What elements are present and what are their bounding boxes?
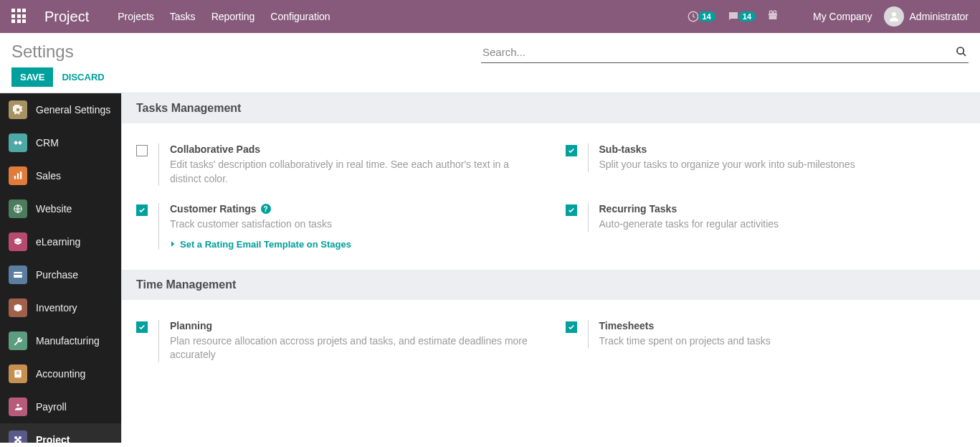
settings-content: Tasks Management Collaborative PadsEdit … <box>122 93 980 443</box>
payroll-icon <box>9 397 27 416</box>
messages-icon[interactable]: 14 <box>727 10 756 23</box>
nav-link-configuration[interactable]: Configuration <box>270 11 330 22</box>
sidebar-item-manufacturing[interactable]: Manufacturing <box>0 324 121 357</box>
setting-title: Sub-tasks <box>599 143 855 155</box>
puzzle-icon <box>9 430 27 443</box>
setting-title: Timesheets <box>599 320 771 331</box>
sidebar-item-website[interactable]: Website <box>0 192 121 225</box>
sidebar-item-label: General Settings <box>36 104 110 116</box>
section-header-time: Time Management <box>122 270 980 300</box>
tasks-setting-customer-ratings: Customer Ratings?Track customer satisfac… <box>122 194 551 258</box>
setting-desc: Edit tasks' description collaboratively … <box>170 158 537 186</box>
setting-title: Recurring Tasks <box>599 203 779 215</box>
tasks-setting-collaborative-pads: Collaborative PadsEdit tasks' descriptio… <box>122 135 551 194</box>
time-setting-timesheets: TimesheetsTrack time spent on projects a… <box>551 311 981 371</box>
chart-icon <box>9 166 27 185</box>
nav-link-projects[interactable]: Projects <box>118 11 154 22</box>
settings-sidebar[interactable]: General SettingsCRMSalesWebsiteeLearning… <box>0 93 122 443</box>
globe-icon <box>9 199 27 218</box>
box-icon <box>9 298 27 317</box>
learn-icon <box>9 232 27 251</box>
tasks-setting-recurring-tasks: Recurring TasksAuto-generate tasks for r… <box>551 194 981 258</box>
setting-action-link[interactable]: Set a Rating Email Template on Stages <box>170 239 351 250</box>
svg-rect-18 <box>19 408 22 410</box>
svg-rect-10 <box>20 171 22 179</box>
nav-link-tasks[interactable]: Tasks <box>170 11 196 22</box>
gift-icon[interactable] <box>767 9 779 24</box>
setting-desc: Plan resource allocation accross projets… <box>170 334 537 362</box>
app-title[interactable]: Project <box>44 9 89 25</box>
sidebar-item-label: eLearning <box>36 236 80 248</box>
sidebar-item-crm[interactable]: CRM <box>0 126 121 159</box>
setting-title: Customer Ratings? <box>170 203 351 215</box>
sidebar-item-label: Sales <box>36 170 61 182</box>
page-title: Settings <box>11 42 105 62</box>
sidebar-item-label: Manufacturing <box>36 335 100 347</box>
setting-desc: Track customer satisfaction on tasks <box>170 217 351 232</box>
setting-checkbox[interactable] <box>136 204 148 216</box>
setting-desc: Split your tasks to organize your work i… <box>599 158 855 172</box>
messages-badge: 14 <box>738 11 756 22</box>
activities-badge: 14 <box>698 11 715 22</box>
setting-checkbox[interactable] <box>566 321 577 333</box>
setting-desc: Auto-generate tasks for regular activiti… <box>599 217 779 232</box>
setting-title: Planning <box>170 320 537 331</box>
nav-link-reporting[interactable]: Reporting <box>211 11 255 22</box>
sidebar-item-label: Accounting <box>36 368 85 380</box>
avatar-icon <box>884 6 904 27</box>
setting-checkbox[interactable] <box>566 204 577 216</box>
setting-desc: Track time spent on projects and tasks <box>599 334 771 349</box>
search-icon[interactable] <box>956 46 967 60</box>
user-name: Administrator <box>910 11 969 22</box>
tools-icon[interactable] <box>790 9 801 24</box>
company-selector[interactable]: My Company <box>813 11 872 22</box>
setting-title: Collaborative Pads <box>170 143 537 155</box>
svg-rect-15 <box>16 372 20 372</box>
card-icon <box>9 265 27 284</box>
sidebar-item-purchase[interactable]: Purchase <box>0 258 121 291</box>
activities-icon[interactable]: 14 <box>687 10 715 23</box>
sidebar-item-project[interactable]: Project <box>0 423 121 443</box>
subheader: Settings SAVE DISCARD <box>0 33 980 93</box>
setting-checkbox[interactable] <box>136 145 148 156</box>
svg-rect-8 <box>14 176 16 179</box>
svg-rect-9 <box>17 174 19 179</box>
svg-rect-16 <box>16 373 20 374</box>
svg-point-5 <box>774 11 776 14</box>
sidebar-item-inventory[interactable]: Inventory <box>0 291 121 324</box>
setting-checkbox[interactable] <box>136 321 148 333</box>
gear-icon <box>9 100 27 119</box>
user-menu[interactable]: Administrator <box>884 6 969 27</box>
tasks-setting-sub-tasks: Sub-tasksSplit your tasks to organize yo… <box>551 135 981 194</box>
sidebar-item-accounting[interactable]: Accounting <box>0 357 121 390</box>
sidebar-item-label: Project <box>36 434 70 443</box>
setting-checkbox[interactable] <box>566 145 577 156</box>
top-navbar: Project Projects Tasks Reporting Configu… <box>0 0 980 33</box>
sidebar-item-label: Website <box>36 203 72 215</box>
nav-links: Projects Tasks Reporting Configuration <box>118 11 330 22</box>
save-button[interactable]: SAVE <box>11 67 53 87</box>
handshake-icon <box>9 133 27 152</box>
apps-icon[interactable] <box>11 9 27 24</box>
discard-button[interactable]: DISCARD <box>62 72 104 83</box>
book-icon <box>9 364 27 383</box>
sidebar-item-elearning[interactable]: eLearning <box>0 225 121 258</box>
sidebar-item-label: Inventory <box>36 302 77 314</box>
sidebar-item-label: Payroll <box>36 401 67 413</box>
time-setting-planning: PlanningPlan resource allocation accross… <box>122 311 551 371</box>
svg-point-4 <box>769 11 772 14</box>
svg-rect-13 <box>14 273 22 275</box>
section-header-tasks: Tasks Management <box>122 93 980 123</box>
svg-point-7 <box>957 47 964 54</box>
sidebar-item-label: CRM <box>36 137 59 149</box>
svg-point-6 <box>892 12 896 17</box>
sidebar-item-label: Purchase <box>36 269 78 281</box>
svg-point-17 <box>16 404 19 407</box>
search-input[interactable] <box>481 42 969 63</box>
sidebar-item-general-settings[interactable]: General Settings <box>0 93 121 126</box>
wrench-icon <box>9 331 27 350</box>
sidebar-item-payroll[interactable]: Payroll <box>0 390 121 423</box>
info-icon[interactable]: ? <box>261 204 271 214</box>
sidebar-item-sales[interactable]: Sales <box>0 159 121 192</box>
